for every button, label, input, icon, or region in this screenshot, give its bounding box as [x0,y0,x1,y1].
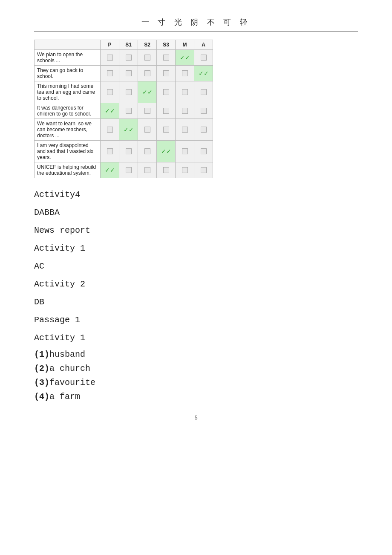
row2-a: ✓✓ [194,66,213,81]
answer-1-text: husband [49,350,85,359]
activity1-first-label: Activity 1 [34,242,358,255]
row5-s2 [138,119,157,141]
row7-s3 [157,162,176,178]
row4-m [176,103,194,119]
row6-s3: ✓✓ [157,141,176,162]
row4-s2 [138,103,157,119]
db-label: DB [34,296,358,309]
row2-s2 [138,66,157,81]
page-number: 5 [34,414,358,421]
activity1-second-label: Activity 1 [34,332,358,344]
row6-sentence: I am very disappointed and sad that I wa… [35,141,101,162]
col-a: A [194,40,213,50]
row6-p [101,141,119,162]
row7-m [176,162,194,178]
answer-3: (3) favourite [34,378,358,387]
row1-a [194,50,213,66]
row7-sentence: UNICEF is helping rebuild the educationa… [35,162,101,178]
row1-p [101,50,119,66]
row7-s1 [119,162,138,178]
answer-1-num: (1) [34,350,49,359]
row1-s1 [119,50,138,66]
row4-s3 [157,103,176,119]
row4-s1 [119,103,138,119]
page-title: 一 寸 光 阴 不 可 轻 [34,17,358,27]
row6-s1 [119,141,138,162]
answer-4-num: (4) [34,392,49,402]
row5-sentence: We want to learn, so we can become teach… [35,119,101,141]
table-row: We plan to open the schools ... ✓✓ [35,50,213,66]
row5-s3 [157,119,176,141]
row4-a [194,103,213,119]
row5-m [176,119,194,141]
answer-2: (2) a church [34,364,358,373]
row3-m [176,81,194,103]
row3-sentence: This morning I had some tea and an egg a… [35,81,101,103]
table-row: This morning I had some tea and an egg a… [35,81,213,103]
col-s1: S1 [119,40,138,50]
passage1-label: Passage 1 [34,314,358,327]
table-row: They can go back to school. ✓✓ [35,66,213,81]
row1-s3 [157,50,176,66]
matching-table: P S1 S2 S3 M A We plan to open the schoo… [34,40,213,178]
matching-table-section: P S1 S2 S3 M A We plan to open the schoo… [34,40,358,178]
row2-s1 [119,66,138,81]
row1-sentence: We plan to open the schools ... [35,50,101,66]
table-row: We want to learn, so we can become teach… [35,119,213,141]
row6-a [194,141,213,162]
row2-sentence: They can go back to school. [35,66,101,81]
row3-s3 [157,81,176,103]
col-sentence [35,40,101,50]
answer-2-num: (2) [34,364,49,373]
answer-4-text: a farm [49,392,80,402]
row7-a [194,162,213,178]
row2-m [176,66,194,81]
col-s3: S3 [157,40,176,50]
row1-m: ✓✓ [176,50,194,66]
row4-sentence: It was dangerous for children to go to s… [35,103,101,119]
answer-1: (1) husband [34,350,358,359]
row3-s1 [119,81,138,103]
row4-p: ✓✓ [101,103,119,119]
row5-s1: ✓✓ [119,119,138,141]
row5-a [194,119,213,141]
col-m: M [176,40,194,50]
row5-p [101,119,119,141]
row6-s2 [138,141,157,162]
answer-2-text: a church [49,364,90,373]
activity2-label: Activity 2 [34,278,358,291]
row7-s2 [138,162,157,178]
answer-3-num: (3) [34,378,49,387]
row1-s2 [138,50,157,66]
activity4-label: Activity4 [34,188,358,201]
answer-4: (4) a farm [34,392,358,402]
row2-p [101,66,119,81]
ac-label: AC [34,260,358,273]
dabba-label: DABBA [34,206,358,219]
row6-m [176,141,194,162]
col-p: P [101,40,119,50]
row7-p: ✓✓ [101,162,119,178]
col-s2: S2 [138,40,157,50]
table-row: UNICEF is helping rebuild the educationa… [35,162,213,178]
table-row: It was dangerous for children to go to s… [35,103,213,119]
row2-s3 [157,66,176,81]
table-row: I am very disappointed and sad that I wa… [35,141,213,162]
row3-p [101,81,119,103]
answer-3-text: favourite [49,378,95,387]
news-report-label: News report [34,224,358,237]
row3-a [194,81,213,103]
row3-s2: ✓✓ [138,81,157,103]
